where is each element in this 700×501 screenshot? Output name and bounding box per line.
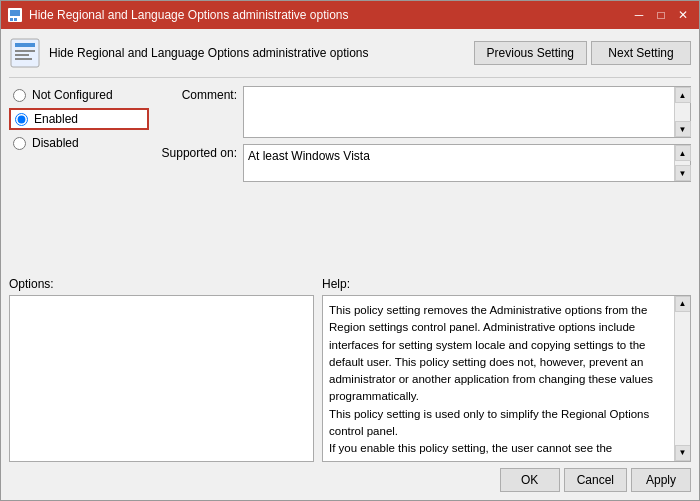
header-row: Hide Regional and Language Options admin… — [9, 37, 691, 69]
header-left: Hide Regional and Language Options admin… — [9, 37, 369, 69]
comment-scroll-up[interactable]: ▲ — [675, 87, 691, 103]
enabled-label: Enabled — [34, 112, 78, 126]
supported-scroll-up[interactable]: ▲ — [675, 145, 691, 161]
svg-rect-6 — [15, 50, 35, 52]
comment-row: Comment: ▲ ▼ — [157, 86, 691, 138]
supported-scroll-down[interactable]: ▼ — [675, 165, 691, 181]
svg-rect-5 — [15, 43, 35, 47]
not-configured-radio[interactable] — [13, 89, 26, 102]
help-para-3: If you enable this policy setting, the u… — [329, 440, 670, 462]
supported-on-label: Supported on: — [157, 144, 237, 160]
help-box: This policy setting removes the Administ… — [322, 295, 691, 462]
right-panel: Comment: ▲ ▼ Supported on: — [157, 86, 691, 271]
comment-scroll-down[interactable]: ▼ — [675, 121, 691, 137]
help-scrollbar[interactable]: ▲ ▼ — [674, 296, 690, 461]
minimize-button[interactable]: ─ — [629, 5, 649, 25]
header-buttons: Previous Setting Next Setting — [474, 41, 691, 65]
help-scroll-up[interactable]: ▲ — [675, 296, 691, 312]
cancel-button[interactable]: Cancel — [564, 468, 627, 492]
help-para-2: This policy setting is used only to simp… — [329, 406, 670, 441]
title-bar-text: Hide Regional and Language Options admin… — [29, 8, 629, 22]
svg-rect-2 — [10, 18, 13, 21]
supported-on-value: At least Windows Vista — [248, 149, 370, 163]
supported-on-row: Supported on: At least Windows Vista ▲ ▼ — [157, 144, 691, 182]
ok-button[interactable]: OK — [500, 468, 560, 492]
help-para-1: This policy setting removes the Administ… — [329, 302, 670, 406]
close-button[interactable]: ✕ — [673, 5, 693, 25]
disabled-option[interactable]: Disabled — [9, 134, 149, 152]
svg-rect-3 — [14, 18, 17, 21]
help-section: Help: This policy setting removes the Ad… — [322, 277, 691, 462]
disabled-label: Disabled — [32, 136, 79, 150]
comment-box[interactable]: ▲ ▼ — [243, 86, 691, 138]
main-content: Not Configured Enabled Disabled Comment: — [9, 86, 691, 271]
not-configured-label: Not Configured — [32, 88, 113, 102]
not-configured-option[interactable]: Not Configured — [9, 86, 149, 104]
options-title: Options: — [9, 277, 314, 291]
apply-button[interactable]: Apply — [631, 468, 691, 492]
left-panel: Not Configured Enabled Disabled — [9, 86, 149, 271]
help-title: Help: — [322, 277, 691, 291]
enabled-option[interactable]: Enabled — [9, 108, 149, 130]
help-scroll-down[interactable]: ▼ — [675, 445, 691, 461]
supported-on-box: At least Windows Vista ▲ ▼ — [243, 144, 691, 182]
content-area: Hide Regional and Language Options admin… — [1, 29, 699, 500]
main-window: Hide Regional and Language Options admin… — [0, 0, 700, 501]
svg-rect-8 — [15, 58, 32, 60]
svg-rect-7 — [15, 54, 29, 56]
header-title: Hide Regional and Language Options admin… — [49, 46, 369, 60]
comment-scrollbar[interactable]: ▲ ▼ — [674, 87, 690, 137]
window-icon — [7, 7, 23, 23]
enabled-radio[interactable] — [15, 113, 28, 126]
title-bar: Hide Regional and Language Options admin… — [1, 1, 699, 29]
restore-button[interactable]: □ — [651, 5, 671, 25]
policy-icon — [9, 37, 41, 69]
supported-on-scrollbar[interactable]: ▲ ▼ — [674, 145, 690, 181]
options-box[interactable] — [9, 295, 314, 462]
svg-rect-1 — [10, 10, 20, 16]
header-divider — [9, 77, 691, 78]
comment-label: Comment: — [157, 86, 237, 102]
title-bar-controls: ─ □ ✕ — [629, 5, 693, 25]
disabled-radio[interactable] — [13, 137, 26, 150]
bottom-buttons: OK Cancel Apply — [9, 468, 691, 492]
bottom-area: Options: Help: This policy setting remov… — [9, 277, 691, 462]
options-section: Options: — [9, 277, 314, 462]
next-setting-button[interactable]: Next Setting — [591, 41, 691, 65]
previous-setting-button[interactable]: Previous Setting — [474, 41, 587, 65]
